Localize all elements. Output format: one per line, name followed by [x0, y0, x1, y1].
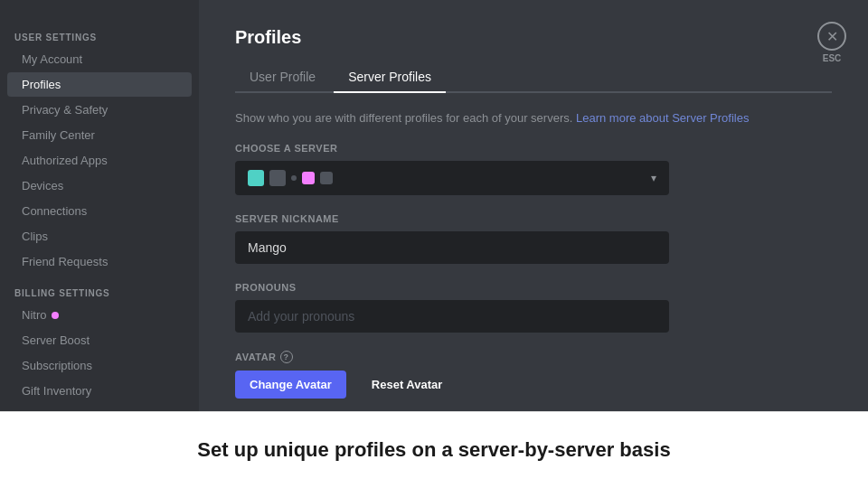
sidebar-item-label: Authorized Apps — [22, 154, 108, 167]
server-nickname-section: SERVER NICKNAME — [235, 213, 832, 264]
sidebar-item-profiles[interactable]: Profiles — [7, 72, 192, 97]
avatar-info-icon[interactable]: ? — [280, 351, 293, 363]
sidebar-item-gift-inventory[interactable]: Gift Inventory — [7, 379, 192, 403]
sidebar: USER SETTINGS My Account Profiles Privac… — [0, 0, 199, 411]
sidebar-item-label: Connections — [22, 204, 87, 218]
tab-server-profiles[interactable]: Server Profiles — [334, 62, 446, 93]
choose-server-section: CHOOSE A SERVER ▾ — [235, 143, 832, 195]
server-dropdown[interactable]: ▾ — [235, 161, 669, 195]
server-nickname-input[interactable] — [235, 231, 669, 264]
dropdown-chevron-icon: ▾ — [651, 172, 656, 184]
sidebar-item-label: Gift Inventory — [22, 384, 91, 398]
sidebar-item-subscriptions[interactable]: Subscriptions — [7, 353, 192, 378]
avatar-section: AVATAR ? Change Avatar Reset Avatar — [235, 351, 832, 399]
main-container: USER SETTINGS My Account Profiles Privac… — [0, 0, 868, 488]
caption-bar: Set up unique profiles on a server-by-se… — [0, 411, 868, 488]
caption-text: Set up unique profiles on a server-by-se… — [197, 438, 670, 462]
tabs-container: User Profile Server Profiles — [235, 62, 832, 93]
sidebar-item-authorized-apps[interactable]: Authorized Apps — [7, 148, 192, 173]
sidebar-item-privacy-safety[interactable]: Privacy & Safety — [7, 98, 192, 122]
sidebar-item-server-boost[interactable]: Server Boost — [7, 328, 192, 352]
user-settings-label: USER SETTINGS — [0, 25, 199, 46]
sidebar-item-friend-requests[interactable]: Friend Requests — [7, 249, 192, 274]
esc-label: ESC — [823, 53, 842, 63]
server-nickname-label: SERVER NICKNAME — [235, 213, 832, 224]
esc-button[interactable]: ✕ ESC — [817, 22, 846, 63]
change-avatar-button[interactable]: Change Avatar — [235, 371, 346, 399]
server-icon-4 — [302, 172, 315, 184]
sidebar-item-label: Clips — [22, 230, 48, 243]
discord-area: USER SETTINGS My Account Profiles Privac… — [0, 0, 868, 411]
sidebar-item-label: Friend Requests — [22, 255, 108, 268]
avatar-btn-row: Change Avatar Reset Avatar — [235, 371, 832, 399]
server-icon-3 — [291, 175, 297, 181]
pronouns-section: PRONOUNS — [235, 282, 832, 333]
server-icon-1 — [248, 170, 264, 186]
sidebar-item-devices[interactable]: Devices — [7, 174, 192, 198]
pronouns-label: PRONOUNS — [235, 282, 832, 293]
sidebar-item-label: Family Center — [22, 128, 95, 142]
sidebar-item-my-account[interactable]: My Account — [7, 47, 192, 71]
server-icon-2 — [269, 170, 286, 186]
sidebar-item-billing[interactable]: Billing — [7, 404, 192, 411]
sidebar-item-nitro[interactable]: Nitro — [7, 303, 192, 327]
sidebar-item-label: Nitro — [22, 308, 46, 322]
sidebar-item-label: Profiles — [22, 78, 61, 91]
sidebar-item-clips[interactable]: Clips — [7, 224, 192, 249]
server-dropdown-left — [248, 170, 333, 186]
nitro-badge-dot — [52, 312, 59, 319]
sidebar-item-label: My Account — [22, 52, 82, 66]
billing-settings-label: BILLING SETTINGS — [0, 281, 199, 302]
avatar-label: AVATAR ? — [235, 351, 832, 363]
server-icon-5 — [320, 172, 333, 184]
reset-avatar-button[interactable]: Reset Avatar — [357, 371, 458, 399]
choose-server-label: CHOOSE A SERVER — [235, 143, 832, 154]
sidebar-item-label: Devices — [22, 179, 63, 192]
main-content: ✕ ESC Profiles User Profile Server Profi… — [199, 0, 868, 411]
pronouns-input[interactable] — [235, 300, 669, 333]
sidebar-item-family-center[interactable]: Family Center — [7, 123, 192, 147]
sidebar-item-label: Server Boost — [22, 333, 90, 347]
sidebar-item-label: Subscriptions — [22, 359, 92, 372]
description: Show who you are with different profiles… — [235, 111, 832, 125]
esc-icon: ✕ — [817, 22, 846, 51]
tab-user-profile[interactable]: User Profile — [235, 62, 330, 93]
page-title: Profiles — [235, 27, 832, 48]
sidebar-item-label: Privacy & Safety — [22, 103, 108, 117]
sidebar-item-label: Billing — [22, 409, 53, 411]
sidebar-item-connections[interactable]: Connections — [7, 199, 192, 223]
learn-more-link[interactable]: Learn more about Server Profiles — [576, 111, 749, 125]
